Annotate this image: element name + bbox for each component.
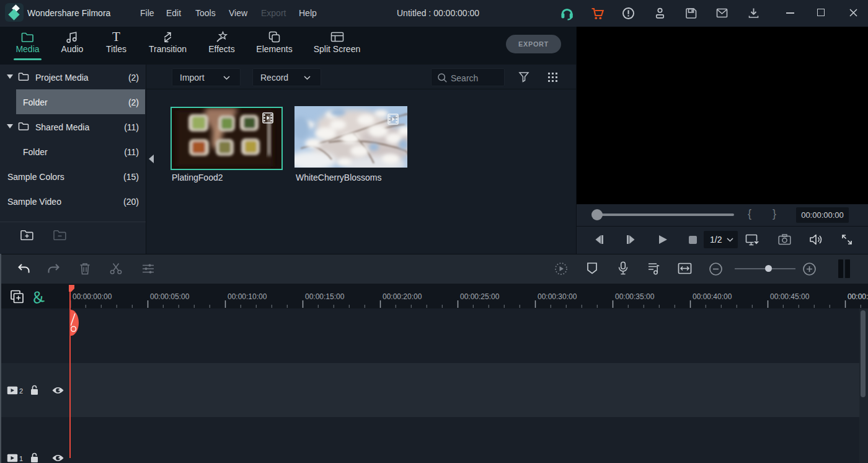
svg-text:00:00:55:0: 00:00:55:0	[848, 292, 868, 301]
svg-text:2: 2	[19, 387, 23, 395]
svg-text:00:00:30:00: 00:00:30:00	[538, 292, 577, 301]
svg-text:00:00:00:00: 00:00:00:00	[73, 292, 112, 301]
svg-text:00:00:25:00: 00:00:25:00	[460, 292, 500, 301]
svg-text:00:00:10:00: 00:00:10:00	[228, 292, 267, 301]
svg-text:1: 1	[19, 455, 23, 462]
svg-text:00:00:40:00: 00:00:40:00	[693, 292, 732, 301]
svg-text:00:00:20:00: 00:00:20:00	[383, 292, 422, 301]
svg-text:00:00:05:00: 00:00:05:00	[150, 292, 190, 301]
svg-text:00:00:15:00: 00:00:15:00	[305, 292, 345, 301]
svg-text:00:00:45:00: 00:00:45:00	[770, 292, 810, 301]
svg-text:00:00:35:00: 00:00:35:00	[615, 292, 655, 301]
